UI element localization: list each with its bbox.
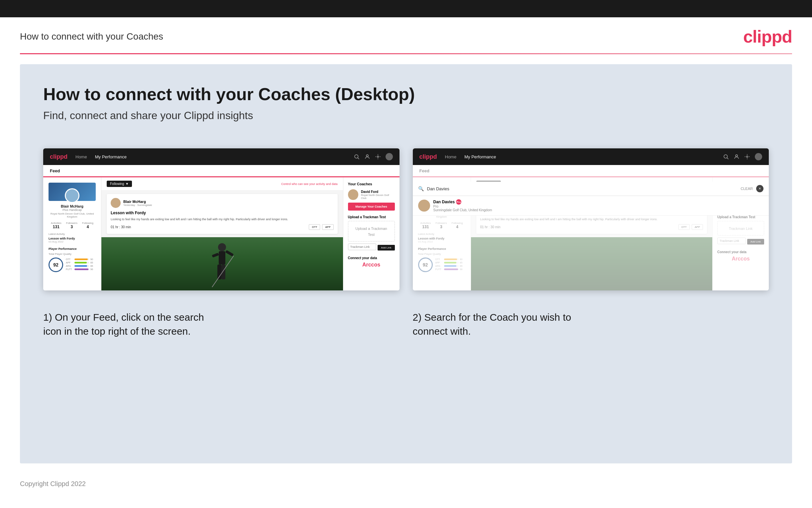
svg-line-1	[357, 158, 359, 159]
screenshot-1: clippd Home My Performance Feed	[43, 149, 399, 290]
search-result-row[interactable]: Dan Davies Pro Pro Sunningdale Golf Club…	[413, 196, 769, 216]
following-button[interactable]: Following ▼	[107, 181, 132, 187]
profile-avatar	[65, 188, 80, 203]
trackman-box: Upload a Trackman Test	[348, 221, 395, 242]
settings-icon-2[interactable]	[744, 154, 750, 160]
page-title: How to connect with your Coaches	[20, 31, 163, 42]
bar-putt-track	[75, 268, 89, 270]
header-divider	[20, 53, 792, 54]
lesson-panel-1: Following ▼ Control who can see your act…	[101, 177, 343, 290]
search-popup-icon: 🔍	[418, 186, 424, 191]
profile-stats: Activities 131 Followers 3 Following 4	[49, 221, 96, 229]
nav-home[interactable]: Home	[76, 154, 87, 159]
lesson-image	[101, 237, 343, 290]
bar-arg-track	[75, 265, 89, 267]
latest-activity-label: Latest Activity	[49, 232, 96, 236]
stat-activities-2: Activities 131	[421, 221, 431, 229]
btn-app-2: APP	[692, 224, 703, 230]
footer: Copyright Clippd 2022	[0, 473, 812, 494]
stat-following-label-2: Following	[452, 221, 463, 224]
step-2-desc: 2) Search for the Coach you wish toconne…	[413, 310, 769, 338]
trackman-text-2: Trackman Link	[729, 226, 753, 230]
svg-rect-6	[212, 253, 219, 257]
hero-subheading: Find, connect and share your Clippd insi…	[43, 110, 769, 122]
feed-tab[interactable]: Feed	[50, 168, 60, 173]
user-icon[interactable]	[364, 154, 370, 160]
app-body-1: Blair McHarg Plus Handicap Royal North D…	[43, 177, 399, 290]
coach-item-info-1: David Ford Royal North Devon Golf Club	[361, 190, 395, 200]
bar-ott-2: OTT 90	[435, 258, 465, 260]
svg-point-14	[747, 156, 748, 158]
hero-heading: How to connect with your Coaches (Deskto…	[43, 84, 769, 104]
lesson-coach-info: Blair McHarg Yesterday · Sunningdale	[123, 200, 152, 207]
coach-item-1: David Ford Royal North Devon Golf Club	[348, 189, 395, 200]
coaches-title: Your Coaches	[348, 182, 395, 186]
stat-followers-2: Followers 3	[435, 221, 447, 229]
stat-following-2: Following 4	[452, 221, 463, 229]
nav-icons	[354, 153, 393, 160]
search-icon[interactable]	[354, 154, 360, 160]
bar-app-label: APP	[66, 261, 73, 264]
stat-followers-value-2: 3	[435, 224, 447, 229]
bar-putt-val: 96	[90, 268, 96, 270]
golfer-silhouette	[202, 237, 242, 290]
lesson-duration-2: 01 hr : 30 min	[480, 225, 500, 229]
search-result-info: Dan Davies Pro Pro Sunningdale Golf Club…	[433, 199, 492, 212]
trackman-input-2	[717, 238, 746, 244]
perf-body: 92 OTT 90 APP	[49, 257, 96, 272]
trackman-input[interactable]	[348, 244, 377, 250]
user-icon-2[interactable]	[733, 154, 739, 160]
manage-coaches-button[interactable]: Manage Your Coaches	[348, 203, 395, 211]
header: How to connect with your Coaches clippd	[0, 17, 812, 53]
profile-panel-1: Blair McHarg Plus Handicap Royal North D…	[43, 177, 101, 290]
bar-arg-2: ARG 86	[435, 265, 465, 267]
add-link-button-2: Add Link	[747, 239, 764, 245]
search-popup-bar: 🔍 Dan Davies CLEAR ×	[413, 182, 769, 196]
perf-bars: OTT 90 APP 85	[66, 258, 96, 271]
svg-point-0	[355, 155, 358, 158]
duration-row-2: 01 hr : 30 min OTT APP	[480, 224, 703, 230]
step-1-text: 1) On your Feed, click on the searchicon…	[43, 310, 399, 338]
bar-putt-2: PUTT 96	[435, 268, 465, 270]
lesson-card-1: Blair McHarg Yesterday · Sunningdale Les…	[107, 194, 338, 234]
bar-app-val: 85	[90, 261, 96, 264]
settings-icon[interactable]	[375, 154, 381, 160]
perf-subtitle: Total Player Quality	[49, 253, 96, 255]
lesson-image-2	[471, 237, 713, 290]
nav-my-performance[interactable]: My Performance	[95, 154, 127, 159]
trackman-box-2: Trackman Link	[717, 221, 764, 236]
result-role: Pro	[433, 205, 492, 208]
svg-point-2	[366, 155, 368, 157]
search-icon-2[interactable]	[723, 154, 729, 160]
nav-logo-2: clippd	[420, 153, 437, 160]
user-avatar-2[interactable]	[755, 153, 762, 160]
stat-following-label: Following	[82, 221, 93, 224]
stat-activities: Activities 131	[51, 221, 61, 229]
top-bar	[0, 0, 812, 17]
lesson-title: Lesson with Fordy	[111, 211, 334, 215]
trackman-text: Upload a Trackman Test	[355, 226, 387, 237]
clippd-logo: clippd	[743, 27, 792, 47]
btn-app[interactable]: APP	[322, 224, 333, 230]
perf-subtitle-2: Total Player Quality	[418, 253, 465, 255]
btn-ott[interactable]: OTT	[309, 224, 320, 230]
user-avatar[interactable]	[386, 153, 393, 160]
lesson-desc-2: Looking to feel like my hands are exitin…	[480, 217, 703, 221]
svg-rect-9	[221, 264, 225, 280]
bar-putt-label: PUTT	[66, 268, 73, 270]
nav-my-performance-2[interactable]: My Performance	[464, 154, 496, 159]
btn-ott-2: OTT	[678, 224, 690, 230]
search-close-button[interactable]: ×	[756, 185, 763, 192]
bar-arg-val: 86	[90, 265, 96, 267]
add-link-button[interactable]: Add Link	[378, 245, 394, 251]
search-clear-button[interactable]: CLEAR	[741, 186, 753, 190]
svg-point-4	[218, 243, 226, 251]
svg-point-11	[724, 155, 727, 158]
app-nav-1: clippd Home My Performance	[43, 149, 399, 165]
control-link[interactable]: Control who can see your activity and da…	[281, 182, 338, 186]
stat-activities-label: Activities	[51, 221, 61, 224]
stat-following-value: 4	[82, 224, 93, 229]
nav-home-2[interactable]: Home	[445, 154, 457, 159]
upload-section: Upload a Trackman Test Upload a Trackman…	[348, 215, 395, 252]
search-input-text[interactable]: Dan Davies	[427, 186, 737, 191]
